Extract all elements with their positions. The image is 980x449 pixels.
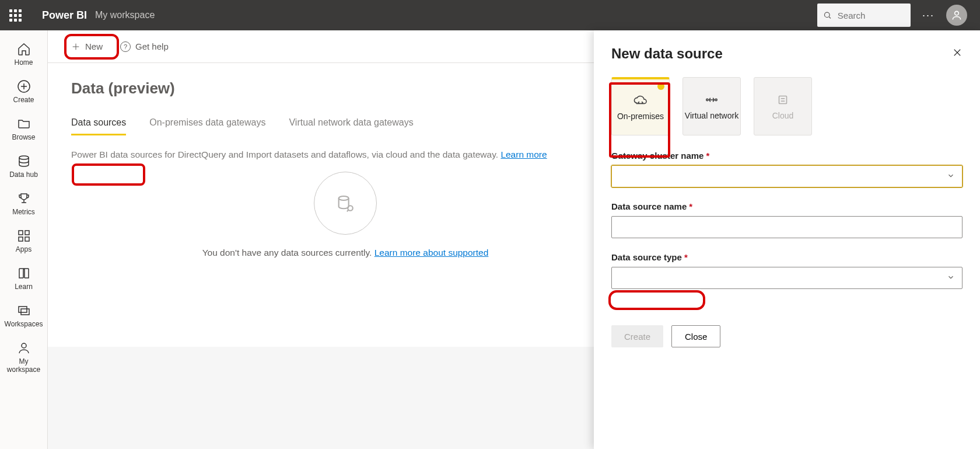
- app-launcher-button[interactable]: [0, 0, 30, 30]
- svg-point-0: [824, 12, 830, 18]
- data-source-name-label: Data source name*: [611, 201, 963, 211]
- folder-icon: [17, 117, 31, 131]
- gateway-cluster-select[interactable]: [611, 165, 963, 187]
- cloud-sync-icon: [633, 93, 648, 108]
- create-button[interactable]: Create: [611, 325, 663, 347]
- plus-circle-icon: [17, 79, 31, 93]
- svg-point-18: [339, 196, 349, 200]
- search-icon: [823, 10, 832, 20]
- tab-vnet-gateways[interactable]: Virtual network data gateways: [289, 117, 413, 135]
- svg-rect-13: [19, 307, 27, 312]
- more-options-button[interactable]: ···: [922, 9, 935, 22]
- workspaces-icon: [17, 304, 31, 318]
- account-avatar[interactable]: [946, 5, 967, 26]
- data-hub-icon: [17, 154, 31, 168]
- book-icon: [17, 266, 31, 280]
- svg-point-15: [22, 343, 26, 348]
- nav-learn[interactable]: Learn: [0, 262, 47, 295]
- chevron-down-icon: [947, 172, 955, 182]
- nav-my-workspace[interactable]: My workspace: [0, 336, 47, 378]
- brand-title: Power BI: [42, 9, 87, 22]
- trophy-icon: [17, 192, 31, 206]
- plus-icon: [71, 42, 80, 51]
- empty-state-icon: [314, 172, 377, 235]
- svg-point-6: [19, 156, 29, 159]
- home-icon: [17, 42, 31, 56]
- svg-line-1: [829, 17, 831, 19]
- source-type-on-premises[interactable]: On-premises: [611, 77, 670, 135]
- nav-browse[interactable]: Browse: [0, 112, 47, 146]
- svg-rect-11: [19, 237, 23, 241]
- empty-state: You don't have any data sources currentl…: [71, 172, 620, 258]
- close-panel-button[interactable]: [952, 47, 963, 61]
- cloud-icon: [775, 92, 790, 107]
- nav-metrics[interactable]: Metrics: [0, 187, 47, 221]
- svg-rect-24: [779, 96, 787, 103]
- svg-point-2: [955, 11, 959, 15]
- source-type-cloud: Cloud: [754, 77, 812, 135]
- left-nav-rail: Home Create Browse Data hub Metrics Apps…: [0, 30, 48, 449]
- svg-point-22: [706, 99, 708, 100]
- waffle-icon: [9, 9, 22, 22]
- tab-data-sources[interactable]: Data sources: [71, 117, 126, 135]
- user-icon: [17, 341, 31, 355]
- new-data-source-panel: New data source On-premises Virtual netw…: [594, 30, 980, 449]
- svg-point-23: [715, 99, 717, 100]
- nav-workspaces[interactable]: Workspaces: [0, 299, 47, 333]
- nav-data-hub[interactable]: Data hub: [0, 149, 47, 183]
- svg-rect-14: [21, 309, 29, 315]
- svg-rect-12: [25, 237, 29, 241]
- close-button[interactable]: Close: [671, 325, 720, 347]
- learn-more-link[interactable]: Learn more: [501, 149, 547, 159]
- network-icon: [704, 92, 719, 107]
- nav-apps[interactable]: Apps: [0, 224, 47, 258]
- source-type-virtual-network[interactable]: Virtual network: [682, 77, 741, 135]
- source-type-selector: On-premises Virtual network Cloud: [611, 77, 963, 135]
- apps-icon: [17, 229, 31, 243]
- nav-create[interactable]: Create: [0, 75, 47, 109]
- tab-onprem-gateways[interactable]: On-premises data gateways: [149, 117, 265, 135]
- panel-title: New data source: [611, 46, 723, 62]
- help-icon: ?: [120, 41, 131, 52]
- svg-rect-9: [19, 231, 23, 235]
- data-source-name-input[interactable]: [611, 216, 963, 238]
- learn-more-supported-link[interactable]: Learn more about supported: [374, 248, 489, 257]
- close-icon: [952, 47, 963, 58]
- svg-rect-10: [25, 231, 29, 235]
- top-bar: Power BI My workspace ···: [0, 0, 980, 30]
- brand-subtitle: My workspace: [95, 10, 155, 20]
- search-input[interactable]: [838, 11, 905, 20]
- data-source-type-select[interactable]: [611, 267, 963, 289]
- gateway-cluster-label: Gateway cluster name*: [611, 151, 963, 161]
- chevron-down-icon: [947, 273, 955, 283]
- get-help-button[interactable]: ? Get help: [120, 41, 169, 52]
- nav-home[interactable]: Home: [0, 37, 47, 71]
- data-source-type-label: Data source type*: [611, 252, 963, 262]
- new-button[interactable]: New: [64, 39, 110, 54]
- search-box[interactable]: [817, 4, 911, 27]
